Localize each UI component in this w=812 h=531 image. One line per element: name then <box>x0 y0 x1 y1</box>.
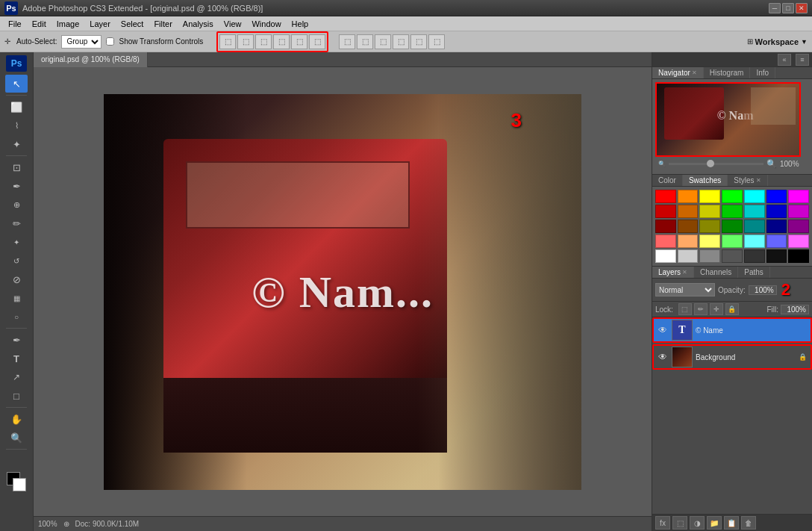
opacity-value[interactable]: 100% <box>749 285 777 295</box>
swatch-14[interactable] <box>655 220 676 233</box>
swatch-25[interactable] <box>744 235 765 248</box>
swatch-4[interactable] <box>744 190 765 203</box>
lock-image-button[interactable]: ✏ <box>694 303 708 315</box>
swatch-3[interactable] <box>722 190 743 203</box>
menu-analysis[interactable]: Analysis <box>178 18 219 30</box>
swatch-1[interactable] <box>678 190 699 203</box>
tab-color[interactable]: Color <box>652 175 683 186</box>
shape-tool[interactable]: □ <box>5 387 28 405</box>
lock-all-button[interactable]: 🔒 <box>725 303 739 315</box>
auto-select-dropdown[interactable]: Group Layer <box>61 35 102 49</box>
swatch-6[interactable] <box>788 190 809 203</box>
menu-view[interactable]: View <box>219 18 247 30</box>
blend-mode-select[interactable]: NormalDissolveMultiplyScreenOverlaySoft … <box>655 283 715 296</box>
path-selection-tool[interactable]: ↗ <box>5 368 28 386</box>
marquee-tool[interactable]: ⬜ <box>5 98 28 116</box>
tab-info[interactable]: Info <box>750 67 775 78</box>
swatch-32[interactable] <box>744 249 765 263</box>
swatch-19[interactable] <box>766 220 787 233</box>
swatch-2[interactable] <box>699 190 720 203</box>
align-center-button[interactable]: ⬚ <box>291 34 307 49</box>
swatch-11[interactable] <box>744 205 765 218</box>
healing-tool[interactable]: ⊕ <box>5 196 28 214</box>
restore-button[interactable]: □ <box>782 3 794 13</box>
swatch-18[interactable] <box>744 220 765 233</box>
swatch-31[interactable] <box>722 249 743 263</box>
color-picker[interactable] <box>7 472 26 491</box>
type-tool[interactable]: T <box>5 350 28 367</box>
align-top-center-button[interactable]: ⬚ <box>237 34 254 49</box>
menu-window[interactable]: Window <box>246 18 286 30</box>
navigator-thumbnail[interactable]: © Nam <box>655 82 801 157</box>
layer-mask-button[interactable]: ⬚ <box>672 516 687 530</box>
tab-navigator[interactable]: Navigator ✕ <box>652 67 704 78</box>
menu-filter[interactable]: Filter <box>149 18 177 30</box>
canvas-viewport[interactable]: © Nam... 3 <box>34 67 652 516</box>
tab-swatches[interactable]: Swatches <box>683 175 728 186</box>
distribute-bottom-button[interactable]: ⬚ <box>375 34 391 49</box>
align-right-button[interactable]: ⬚ <box>309 34 325 49</box>
swatch-24[interactable] <box>722 235 743 248</box>
eraser-tool[interactable]: ⊘ <box>5 270 28 288</box>
swatch-13[interactable] <box>788 205 809 218</box>
move-tool[interactable]: ↖ <box>5 75 28 93</box>
new-group-button[interactable]: 📁 <box>707 516 722 530</box>
history-tool[interactable]: ↺ <box>5 252 28 270</box>
zoom-slider[interactable] <box>669 163 763 165</box>
minimize-button[interactable]: ─ <box>769 3 781 13</box>
swatch-22[interactable] <box>678 235 699 248</box>
gradient-tool[interactable]: ▦ <box>5 289 28 307</box>
swatch-9[interactable] <box>699 205 720 218</box>
layer-item-name[interactable]: 👁 T © Name <box>652 317 812 343</box>
swatch-29[interactable] <box>678 249 699 263</box>
styles-tab-close[interactable]: ✕ <box>756 177 761 184</box>
tab-layers[interactable]: Layers ✕ <box>652 267 694 278</box>
canvas-tab-item[interactable]: original.psd @ 100% (RGB/8) <box>34 52 148 67</box>
swatch-27[interactable] <box>788 235 809 248</box>
swatch-10[interactable] <box>722 205 743 218</box>
lock-position-button[interactable]: ✛ <box>710 303 723 315</box>
hand-tool[interactable]: ✋ <box>5 410 28 428</box>
lasso-tool[interactable]: ⌇ <box>5 117 28 134</box>
new-fill-layer-button[interactable]: ◑ <box>690 516 705 530</box>
distribute-center-h-button[interactable]: ⬚ <box>410 34 427 49</box>
menu-layer[interactable]: Layer <box>84 18 116 30</box>
workspace-selector[interactable]: ⊞ Workspace ▼ <box>747 37 808 46</box>
layer-style-button[interactable]: fx <box>655 516 670 530</box>
layer-visibility-background[interactable]: 👁 <box>657 351 669 363</box>
menu-select[interactable]: Select <box>116 18 149 30</box>
clone-tool[interactable]: ✦ <box>5 233 28 251</box>
crop-tool[interactable]: ⊡ <box>5 158 28 176</box>
close-button[interactable]: ✕ <box>796 3 808 13</box>
swatch-30[interactable] <box>699 249 720 263</box>
distribute-top-button[interactable]: ⬚ <box>339 34 355 49</box>
menu-help[interactable]: Help <box>287 18 314 30</box>
swatch-34[interactable] <box>788 249 809 263</box>
show-transform-checkbox[interactable] <box>106 37 114 46</box>
lock-pixels-button[interactable]: ⬚ <box>678 303 692 315</box>
tab-styles[interactable]: Styles ✕ <box>728 175 767 186</box>
eyedropper-tool[interactable]: ✒ <box>5 177 28 195</box>
align-top-left-button[interactable]: ⬚ <box>219 34 236 49</box>
swatch-15[interactable] <box>678 220 699 233</box>
layer-visibility-name[interactable]: 👁 <box>657 324 669 336</box>
tab-histogram[interactable]: Histogram <box>704 67 751 78</box>
align-left-button[interactable]: ⬚ <box>273 34 290 49</box>
menu-image[interactable]: Image <box>51 18 85 30</box>
panel-options-button[interactable]: ≡ <box>796 54 809 66</box>
align-top-right-button[interactable]: ⬚ <box>255 34 272 49</box>
swatch-21[interactable] <box>655 235 676 248</box>
distribute-center-v-button[interactable]: ⬚ <box>357 34 373 49</box>
background-color[interactable] <box>13 478 26 491</box>
swatch-20[interactable] <box>788 220 809 233</box>
menu-file[interactable]: File <box>3 18 27 30</box>
brush-tool[interactable]: ✏ <box>5 214 28 232</box>
distribute-left-button[interactable]: ⬚ <box>393 34 409 49</box>
zoom-tool[interactable]: 🔍 <box>5 429 28 447</box>
swatch-33[interactable] <box>766 249 787 263</box>
layer-item-background[interactable]: 👁 Background 🔒 <box>652 344 812 370</box>
fill-value[interactable]: 100% <box>781 305 809 314</box>
swatch-17[interactable] <box>722 220 743 233</box>
magic-wand-tool[interactable]: ✦ <box>5 135 28 153</box>
distribute-right-button[interactable]: ⬚ <box>428 34 445 49</box>
